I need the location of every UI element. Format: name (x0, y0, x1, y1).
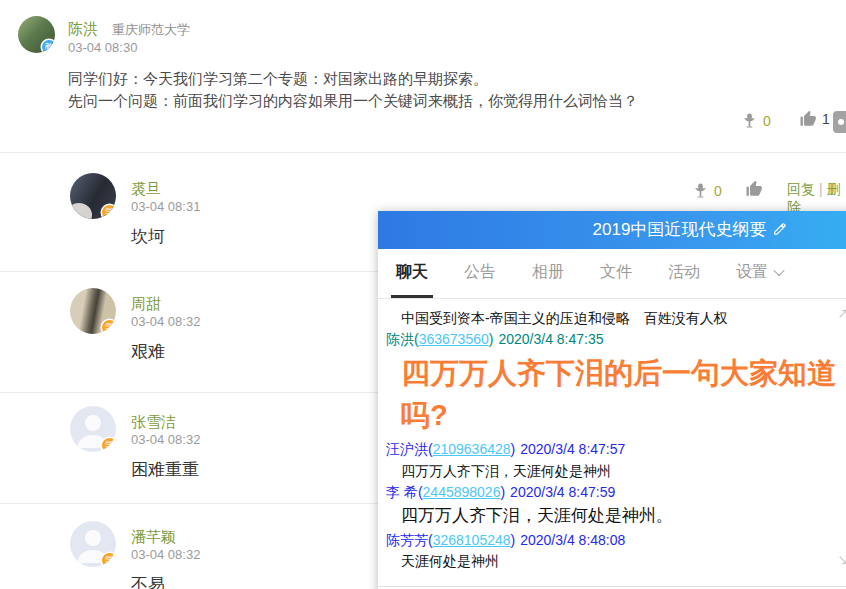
chat-message-text: 四万万人齐下泪，天涯何处是神州 (401, 462, 846, 480)
window-title: 2019中国近现代史纲要 (378, 211, 846, 250)
chat-message-list[interactable]: 中国受到资本-帝国主义的压迫和侵略 百姓没有人权 陈洪3636735602020… (378, 300, 846, 587)
message-time: 2020/3/4 8:48:08 (520, 532, 625, 548)
reply-text: 艰难 (131, 340, 165, 363)
thumbs-up-icon (745, 180, 763, 198)
reply-time: 03-04 08:32 (131, 314, 200, 329)
post-text-line: 同学们好：今天我们学习第二个专题：对国家出路的早期探索。 (68, 70, 488, 89)
tab-albums[interactable]: 相册 (527, 249, 569, 298)
reply-time: 03-04 08:32 (131, 547, 200, 562)
chat-message-highlighted: 四万万人齐下泪的后一句大家知道吗? (401, 352, 846, 436)
reply-text: 不易 (131, 573, 165, 589)
tab-activities[interactable]: 活动 (663, 249, 705, 298)
qq-group-window: 2019中国近现代史纲要 聊天 公告 相册 文件 活动 设置 中国受到资本-帝国… (378, 211, 846, 589)
message-time: 2020/3/4 8:47:35 (498, 331, 603, 347)
scroll-arrow-icon[interactable] (838, 551, 846, 569)
student-name: 潘芊颖 (131, 528, 176, 547)
message-time: 2020/3/4 8:47:59 (510, 484, 615, 500)
sender-name: 李 希 (386, 484, 418, 500)
window-titlebar[interactable]: 2019中国近现代史纲要 (378, 211, 846, 249)
divider (0, 152, 846, 153)
tab-settings[interactable]: 设置 (731, 249, 788, 298)
comment-button-partial[interactable] (833, 111, 846, 133)
sender-name: 汪沪洪 (386, 441, 428, 457)
post-time: 03-04 08:30 (68, 40, 137, 55)
sender-name: 陈洪 (386, 331, 414, 347)
window-tabbar: 聊天 公告 相册 文件 活动 设置 (378, 249, 846, 299)
student-avatar[interactable]: 学 (70, 288, 116, 334)
reply-text: 坎坷 (131, 225, 165, 248)
flower-count: 0 (763, 113, 771, 129)
flower-count: 0 (714, 183, 722, 199)
scroll-arrow-icon[interactable] (838, 305, 846, 323)
student-name: 裘旦 (131, 180, 161, 199)
student-name: 张雪洁 (131, 413, 176, 432)
student-avatar[interactable]: 学 (70, 521, 116, 567)
student-badge: 学 (102, 438, 116, 452)
qq-number-link[interactable]: 2109636428 (428, 441, 515, 457)
tab-chat[interactable]: 聊天 (391, 249, 433, 298)
chat-message-text: 天涯何处是神州 (401, 552, 846, 570)
chat-input-divider (378, 586, 846, 587)
post-text-line: 先问一个问题：前面我们学习的内容如果用一个关键词来概括，你觉得用什么词恰当？ (68, 92, 638, 111)
qq-number-link[interactable]: 363673560 (414, 331, 493, 347)
student-name: 周甜 (131, 295, 161, 314)
reply-time: 03-04 08:32 (131, 432, 200, 447)
qq-number-link[interactable]: 3268105248 (428, 532, 515, 548)
chat-message-sender: 陈洪3636735602020/3/4 8:47:35 (386, 330, 846, 348)
sender-name: 陈芳芳 (386, 532, 428, 548)
edit-title-icon[interactable] (773, 212, 787, 250)
reply-time: 03-04 08:31 (131, 199, 200, 214)
qq-number-link[interactable]: 2445898026 (418, 484, 505, 500)
flower-button[interactable]: 0 (741, 112, 771, 129)
like-count: 1 (822, 111, 830, 127)
teacher-name: 陈洪 (68, 20, 98, 37)
teacher-badge: 教 (42, 40, 55, 53)
student-badge: 学 (102, 320, 116, 334)
tab-files[interactable]: 文件 (595, 249, 637, 298)
thumbs-up-icon (799, 110, 817, 128)
student-badge: 学 (102, 553, 116, 567)
like-button[interactable]: 1 (799, 110, 830, 128)
student-avatar[interactable]: 学 (70, 173, 116, 219)
action-separator: | (819, 181, 823, 197)
tab-announcements[interactable]: 公告 (459, 249, 501, 298)
flower-button[interactable]: 0 (692, 182, 722, 199)
like-button[interactable] (745, 180, 763, 198)
flower-icon (692, 182, 709, 199)
message-time: 2020/3/4 8:47:57 (520, 441, 625, 457)
chat-message-text: 四万万人齐下泪，天涯何处是神州。 (401, 505, 846, 527)
student-avatar[interactable]: 学 (70, 406, 116, 452)
reply-text: 困难重重 (131, 458, 199, 481)
flower-icon (741, 112, 758, 129)
chevron-down-icon (773, 265, 784, 276)
chat-message-sender: 李 希24458980262020/3/4 8:47:59 (386, 483, 846, 501)
teacher-org: 重庆师范大学 (112, 22, 190, 37)
reply-link[interactable]: 回复 (787, 181, 815, 197)
chat-message-text: 中国受到资本-帝国主义的压迫和侵略 百姓没有人权 (401, 309, 846, 327)
chat-message-sender: 陈芳芳32681052482020/3/4 8:48:08 (386, 531, 846, 549)
screen: 教 陈洪重庆师范大学 03-04 08:30 同学们好：今天我们学习第二个专题：… (0, 0, 846, 589)
chat-message-sender: 汪沪洪21096364282020/3/4 8:47:57 (386, 440, 846, 458)
student-badge: 学 (102, 205, 116, 219)
teacher-avatar[interactable]: 教 (18, 16, 55, 53)
